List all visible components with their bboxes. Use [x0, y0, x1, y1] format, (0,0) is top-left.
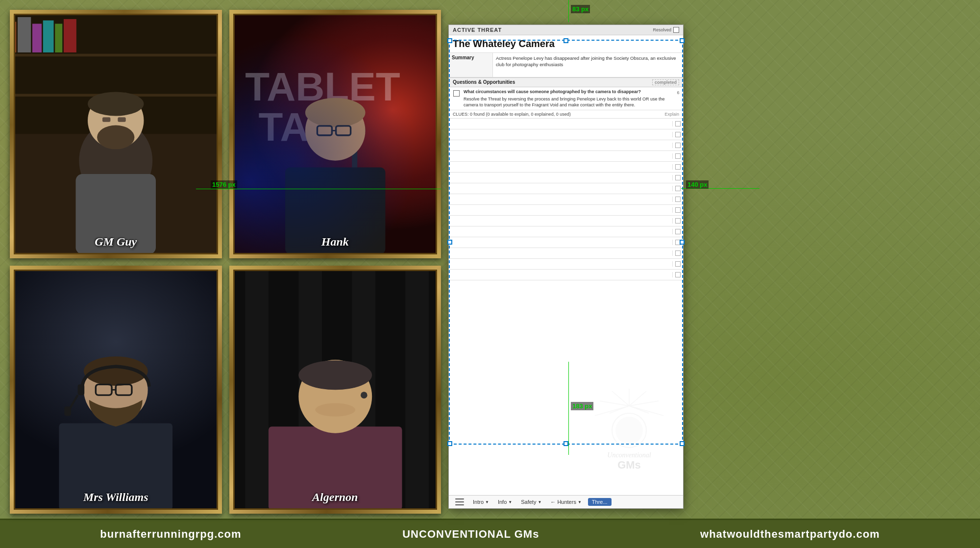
- active-threat-label: ACTIVE THREAT: [453, 27, 502, 33]
- resolved-checkbox[interactable]: [673, 27, 679, 33]
- line-cb-4[interactable]: [672, 153, 683, 159]
- line-cb-11[interactable]: [672, 229, 683, 234]
- measure-line-horizontal: [196, 189, 441, 189]
- line-cb-3[interactable]: [672, 143, 683, 148]
- resolved-area: Resolved: [653, 27, 679, 33]
- completed-label: completed: [652, 79, 679, 85]
- line-cb-14[interactable]: [672, 261, 683, 267]
- svg-rect-21: [233, 14, 438, 254]
- line-cb-1[interactable]: [672, 121, 683, 126]
- doc-line-8: [449, 194, 683, 205]
- site2-text: UNCONVENTIONAL GMs: [402, 528, 539, 541]
- svg-text:Unconventional: Unconventional: [607, 451, 651, 459]
- safety-button[interactable]: Safety ▼: [518, 498, 544, 506]
- measure-label-center: 1576 px: [211, 180, 237, 189]
- summary-label: Summary: [449, 53, 493, 77]
- svg-point-71: [615, 417, 643, 444]
- measure-line-vertical-bottom: [568, 362, 569, 455]
- summary-row: Summary Actress Penelope Levy has disapp…: [449, 53, 683, 77]
- svg-rect-46: [233, 270, 242, 510]
- svg-rect-10: [43, 21, 54, 52]
- measure-line-vertical-top: [568, 0, 569, 22]
- doc-header: ACTIVE THREAT Resolved: [449, 25, 683, 35]
- doc-line-9: [449, 205, 683, 216]
- question-title-1: What circumstances will cause someone ph…: [464, 89, 669, 95]
- line-cb-13[interactable]: [672, 250, 683, 256]
- svg-point-15: [88, 92, 144, 116]
- svg-rect-54: [432, 270, 437, 510]
- svg-point-29: [305, 98, 365, 127]
- doc-line-5: [449, 162, 683, 173]
- doc-watermark: Unconventional GMs: [585, 386, 673, 485]
- line-cb-12[interactable]: [672, 240, 683, 245]
- video-inner-gm-guy: GM Guy: [14, 14, 218, 254]
- video-grid: GM Guy: [10, 10, 441, 514]
- svg-rect-7: [14, 22, 16, 52]
- doc-line-10: [449, 216, 683, 226]
- line-cb-8[interactable]: [672, 197, 683, 202]
- doc-line-13: [449, 248, 683, 259]
- svg-rect-30: [317, 126, 332, 135]
- measure-label-bottom: 183 px: [571, 402, 593, 410]
- doc-line-11: [449, 226, 683, 237]
- question-checkbox-1[interactable]: [449, 89, 464, 108]
- name-label-algernon: Algernon: [233, 491, 438, 504]
- svg-point-59: [361, 392, 368, 399]
- doc-line-7: [449, 183, 683, 194]
- question-block-1: What circumstances will cause someone ph…: [449, 87, 683, 110]
- video-frame-mrs-williams: Mrs Williams: [10, 266, 222, 514]
- line-cb-10[interactable]: [672, 218, 683, 224]
- svg-point-28: [305, 100, 365, 161]
- svg-point-58: [298, 360, 372, 390]
- intro-button[interactable]: Intro ▼: [470, 498, 491, 506]
- line-cb-2[interactable]: [672, 132, 683, 137]
- measure-label-top: 83 px: [571, 5, 590, 13]
- svg-rect-25: [352, 134, 357, 200]
- intro-label: Intro: [473, 499, 484, 505]
- svg-rect-31: [336, 126, 350, 135]
- questions-header: Questions & Opportunities completed: [449, 77, 683, 87]
- svg-rect-2: [14, 54, 218, 56]
- svg-rect-9: [32, 24, 42, 52]
- info-button[interactable]: Info ▼: [495, 498, 514, 506]
- video-inner-mrs-williams: Mrs Williams: [14, 270, 218, 510]
- name-label-mrs-williams: Mrs Williams: [14, 491, 218, 504]
- video-area: GM Guy: [0, 0, 980, 519]
- explain-label: Explain: [664, 112, 679, 117]
- svg-point-18: [97, 125, 134, 149]
- info-arrow: ▼: [508, 500, 512, 504]
- doc-lines-area: Unconventional GMs: [449, 119, 683, 495]
- line-cb-5[interactable]: [672, 164, 683, 170]
- svg-rect-11: [55, 24, 62, 52]
- line-cb-9[interactable]: [672, 207, 683, 213]
- clues-text: CLUES: 0 found (0 available to explain, …: [453, 112, 571, 117]
- question-num-1: 6: [673, 89, 683, 108]
- svg-rect-53: [405, 270, 429, 510]
- hunters-button[interactable]: ← Hunters ▼: [548, 498, 584, 506]
- document-panel: ACTIVE THREAT Resolved The Whateley Came…: [448, 25, 684, 509]
- site3-text: whatwouldthesmartpartydo.com: [700, 528, 880, 541]
- doc-toolbar: Intro ▼ Info ▼ Safety ▼ ← Hunters ▼ Thre…: [449, 495, 683, 508]
- svg-text:TABLET: TABLET: [245, 64, 400, 109]
- line-cb-6[interactable]: [672, 175, 683, 180]
- video-frame-algernon: Algernon: [229, 266, 441, 514]
- svg-rect-16: [102, 117, 110, 122]
- line-cb-15[interactable]: [672, 272, 683, 277]
- svg-line-68: [629, 406, 649, 413]
- intro-arrow: ▼: [485, 500, 489, 504]
- hunters-label: ← Hunters: [550, 499, 576, 505]
- threat-button[interactable]: Thre...: [588, 498, 612, 506]
- resolved-label: Resolved: [653, 27, 671, 32]
- doc-line-4: [449, 151, 683, 162]
- measure-label-right: 140 px: [686, 180, 709, 189]
- svg-rect-22: [233, 14, 438, 254]
- checkbox-1[interactable]: [453, 90, 460, 97]
- safety-label: Safety: [521, 499, 536, 505]
- svg-rect-8: [18, 17, 31, 52]
- face-mrs-williams: [14, 270, 218, 510]
- safety-arrow: ▼: [538, 500, 541, 504]
- question-text-1: What circumstances will cause someone ph…: [464, 89, 673, 108]
- svg-point-60: [315, 403, 355, 416]
- menu-button[interactable]: [453, 498, 466, 506]
- svg-rect-47: [245, 270, 269, 510]
